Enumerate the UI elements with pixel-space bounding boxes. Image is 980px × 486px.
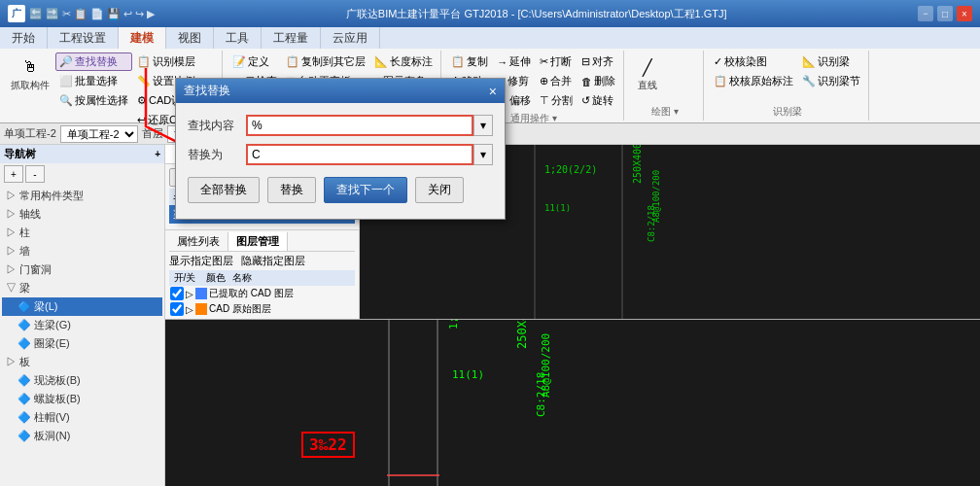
window-controls[interactable]: － □ ×: [918, 6, 972, 21]
nav-item-col-cap[interactable]: 🔷 柱帽(V): [2, 408, 162, 427]
btn-define[interactable]: 📝 定义: [228, 52, 281, 71]
btn-identify-layer[interactable]: 📋 识别模层: [133, 52, 218, 71]
btn-find-replace[interactable]: 🔎 查找替换: [55, 52, 132, 71]
btn-break[interactable]: ✂打断: [536, 52, 577, 71]
close-button[interactable]: ×: [957, 6, 972, 21]
nav-item-window[interactable]: ▷ 门窗洞: [2, 260, 162, 279]
cad-text-top-5: C8:2/18: [647, 205, 656, 242]
project-select[interactable]: 单项工程-2: [60, 125, 138, 143]
btn-copy[interactable]: 📋复制: [447, 52, 492, 71]
btn-close-dialog[interactable]: 关闭: [415, 177, 464, 203]
btn-batch-select[interactable]: ⬜ 批量选择: [55, 72, 132, 90]
tab-start[interactable]: 开始: [0, 27, 48, 49]
nav-tree: ▷ 常用构件类型 ▷ 轴线 ▷ 柱 ▷ 墙 ▷ 门窗洞 ▽ 梁 🔷 梁(L) 🔷…: [0, 185, 164, 486]
btn-copy-layer[interactable]: 📋 复制到其它层: [282, 52, 369, 71]
dialog-title-bar: 查找替换 ×: [176, 79, 505, 103]
replace-input[interactable]: [246, 144, 473, 165]
btn-verify-drawing[interactable]: ✓校核染图: [710, 52, 797, 71]
btn-show-layer[interactable]: 显示指定图层: [169, 254, 233, 268]
nav-tree-header: 导航树 +: [0, 145, 164, 163]
layer-check-0[interactable]: [170, 287, 184, 300]
find-input[interactable]: [246, 115, 473, 136]
cad-green-2: 250X400: [515, 320, 529, 349]
btn-attr-select[interactable]: 🔍 按属性选择: [55, 91, 132, 110]
nav-item-link-beam[interactable]: 🔷 连梁(G): [2, 316, 162, 334]
set-scale-icon: 📏: [137, 75, 151, 87]
nav-item-spiral-slab[interactable]: 🔷 螺旋板(B): [2, 390, 162, 408]
cad-green-5: C8:2/18: [535, 372, 547, 417]
expand-1[interactable]: ▷: [186, 304, 193, 315]
btn-merge[interactable]: ⊕合并: [536, 72, 577, 90]
dialog-body: 查找内容 ▾ 替换为 ▾ 全部替换 替换 查找下一个 关闭: [176, 103, 505, 219]
nav-item-common[interactable]: ▷ 常用构件类型: [2, 187, 162, 205]
identify-layer-label: 识别模层: [153, 54, 195, 69]
tab-build[interactable]: 建模: [119, 27, 166, 49]
nav-item-slab-hole[interactable]: 🔷 板洞(N): [2, 427, 162, 445]
tab-cloud[interactable]: 云应用: [321, 27, 380, 49]
btn-identify-beam-node[interactable]: 🔧识别梁节: [798, 72, 864, 90]
btn-length-mark[interactable]: 📐 长度标注: [370, 52, 437, 71]
expand-0[interactable]: ▷: [186, 289, 193, 299]
dialog-close-btn[interactable]: ×: [489, 84, 497, 99]
layer-panel: 属性列表 图层管理 显示指定图层 隐藏指定图层 开/关 颜色 名称 ▷: [165, 229, 359, 319]
line-icon: ╱: [636, 55, 659, 79]
btn-split[interactable]: ⊤分割: [536, 91, 577, 110]
btn-hide-layer[interactable]: 隐藏指定图层: [241, 254, 305, 268]
nav-tree-title: 导航树: [4, 147, 36, 161]
nav-item-wall[interactable]: ▷ 墙: [2, 242, 162, 260]
btn-extend[interactable]: →延伸: [493, 52, 535, 71]
nav-item-ring-beam[interactable]: 🔷 圈梁(E): [2, 334, 162, 353]
replace-label: 替换为: [188, 147, 246, 163]
tab-view[interactable]: 视图: [166, 27, 214, 49]
tab-attr-list[interactable]: 属性列表: [169, 232, 228, 251]
nav-item-beam[interactable]: ▽ 梁: [2, 279, 162, 297]
btn-identify-beam[interactable]: 📐识别梁: [798, 52, 864, 71]
copy-layer-icon: 📋: [286, 55, 299, 68]
cad-text-top-4: 11(1): [544, 203, 571, 213]
header-color: 颜色: [201, 271, 230, 285]
cad-green-1: 1;20(2/2): [447, 320, 460, 330]
tab-tools[interactable]: 工具: [214, 27, 262, 49]
app-logo: 广: [8, 5, 25, 22]
left-panel: 导航树 + + - ▷ 常用构件类型 ▷ 轴线 ▷ 柱 ▷ 墙 ▷ 门窗洞 ▽ …: [0, 145, 165, 486]
layer-check-1[interactable]: [170, 302, 184, 316]
cad-text-top-2: 250X400: [632, 145, 643, 184]
define-icon: 📝: [232, 55, 246, 68]
nav-item-axis[interactable]: ▷ 轴线: [2, 205, 162, 224]
ribbon-group-identify: ✓校核染图 📋校核原始标注 📐识别梁 🔧识别梁节 识别梁: [706, 51, 869, 121]
nav-btn-expand[interactable]: +: [4, 165, 23, 183]
header-layer-name: 名称: [232, 271, 354, 285]
btn-replace-all[interactable]: 全部替换: [188, 177, 260, 203]
nav-item-column[interactable]: ▷ 柱: [2, 224, 162, 242]
copy-layer-label: 复制到其它层: [301, 54, 366, 69]
btn-delete[interactable]: 🗑删除: [578, 72, 619, 90]
tab-settings[interactable]: 工程设置: [48, 27, 119, 49]
replace-dropdown[interactable]: ▾: [473, 144, 493, 165]
btn-align[interactable]: ⊟对齐: [578, 52, 619, 71]
minimize-button[interactable]: －: [918, 6, 933, 21]
attr-select-label: 按属性选择: [75, 93, 128, 108]
find-replace-label: 查找替换: [75, 54, 118, 69]
btn-line[interactable]: ╱ 直线: [630, 52, 665, 95]
nav-btn-collapse[interactable]: -: [25, 165, 45, 183]
maximize-button[interactable]: □: [937, 6, 953, 21]
btn-find-next[interactable]: 查找下一个: [324, 177, 407, 203]
floor-label-text: 首层: [142, 126, 163, 141]
length-mark-icon: 📐: [374, 55, 388, 68]
nav-item-beam-l[interactable]: 🔷 梁(L): [2, 297, 162, 316]
find-dropdown[interactable]: ▾: [473, 115, 493, 136]
window-title: 广联达BIM土建计量平台 GTJ2018 - [C:\Users\Adminis…: [346, 7, 727, 21]
nav-item-cast-slab[interactable]: 🔷 现浇板(B): [2, 371, 162, 390]
tab-layer-mgmt[interactable]: 图层管理: [228, 232, 288, 251]
title-bar-left: 广 🔙 🔜 ✂ 📋 📄 💾 ↩ ↪ ▶: [8, 5, 155, 22]
find-replace-icon: 🔎: [59, 55, 73, 68]
btn-rotate[interactable]: ↺旋转: [578, 91, 619, 110]
cad-area-main: 1;20(2/2) 250X400 A8@100/200 11(1) C8:2/…: [165, 320, 980, 486]
group-draw-title: 绘图 ▾: [630, 103, 699, 119]
nav-item-slab[interactable]: ▷ 板: [2, 353, 162, 371]
tab-quantity[interactable]: 工程量: [262, 27, 321, 49]
btn-grab[interactable]: 🖱 抓取构件: [6, 52, 54, 129]
btn-replace[interactable]: 替换: [267, 177, 316, 203]
replace-row: 替换为 ▾: [188, 144, 493, 165]
btn-verify-original[interactable]: 📋校核原始标注: [710, 72, 797, 90]
